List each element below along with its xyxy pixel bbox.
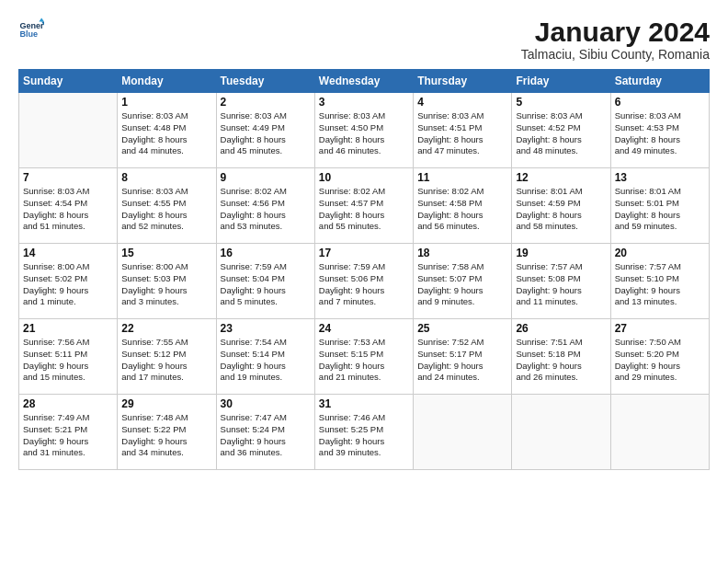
cell-text: Sunrise: 7:48 AMSunset: 5:22 PMDaylight:… [121,412,211,459]
table-row: 3Sunrise: 8:03 AMSunset: 4:50 PMDaylight… [314,93,413,168]
cell-text: Sunrise: 8:03 AMSunset: 4:50 PMDaylight:… [319,110,409,157]
table-row: 30Sunrise: 7:47 AMSunset: 5:24 PMDayligh… [216,395,314,470]
logo-icon: General Blue [18,17,44,42]
cell-text: Sunrise: 8:03 AMSunset: 4:49 PMDaylight:… [221,110,311,157]
table-row: 13Sunrise: 8:01 AMSunset: 5:01 PMDayligh… [610,168,709,244]
table-row: 27Sunrise: 7:50 AMSunset: 5:20 PMDayligh… [610,319,709,395]
cell-text: Sunrise: 7:56 AMSunset: 5:11 PMDaylight:… [23,337,113,384]
table-row: 1Sunrise: 8:03 AMSunset: 4:48 PMDaylight… [118,93,216,168]
day-number: 31 [319,397,409,410]
day-number: 28 [23,397,113,410]
table-row: 12Sunrise: 8:01 AMSunset: 4:59 PMDayligh… [512,168,610,244]
table-row: 19Sunrise: 7:57 AMSunset: 5:08 PMDayligh… [512,244,610,319]
table-row: 21Sunrise: 7:56 AMSunset: 5:11 PMDayligh… [19,319,118,395]
col-friday: Friday [512,70,610,93]
day-number: 2 [221,96,311,109]
table-row: 6Sunrise: 8:03 AMSunset: 4:53 PMDaylight… [610,93,709,168]
cell-text: Sunrise: 7:59 AMSunset: 5:04 PMDaylight:… [221,261,311,308]
title-block: January 2024 Talmaciu, Sibiu County, Rom… [521,17,710,62]
cell-text: Sunrise: 7:52 AMSunset: 5:17 PMDaylight:… [417,337,507,384]
table-row: 2Sunrise: 8:03 AMSunset: 4:49 PMDaylight… [216,93,314,168]
day-number: 15 [121,247,211,259]
day-number: 14 [23,247,113,259]
col-tuesday: Tuesday [216,70,314,93]
day-number: 3 [319,96,409,109]
cell-text: Sunrise: 7:59 AMSunset: 5:06 PMDaylight:… [319,261,409,308]
table-row: 15Sunrise: 8:00 AMSunset: 5:03 PMDayligh… [118,244,216,319]
cell-text: Sunrise: 7:46 AMSunset: 5:25 PMDaylight:… [319,412,409,459]
table-row: 11Sunrise: 8:02 AMSunset: 4:58 PMDayligh… [414,168,512,244]
header: General Blue January 2024 Talmaciu, Sibi… [18,17,710,62]
table-row: 31Sunrise: 7:46 AMSunset: 5:25 PMDayligh… [314,395,413,470]
calendar-row-2: 14Sunrise: 8:00 AMSunset: 5:02 PMDayligh… [19,244,710,319]
table-row: 5Sunrise: 8:03 AMSunset: 4:52 PMDaylight… [512,93,610,168]
day-number: 6 [615,96,705,109]
table-row [512,395,610,470]
col-saturday: Saturday [610,70,709,93]
table-row: 7Sunrise: 8:03 AMSunset: 4:54 PMDaylight… [19,168,118,244]
day-number: 9 [221,171,311,184]
cell-text: Sunrise: 8:00 AMSunset: 5:02 PMDaylight:… [23,261,113,308]
cell-text: Sunrise: 8:01 AMSunset: 5:01 PMDaylight:… [615,186,705,233]
table-row: 28Sunrise: 7:49 AMSunset: 5:21 PMDayligh… [19,395,118,470]
page: General Blue January 2024 Talmaciu, Sibi… [0,0,728,563]
day-number: 5 [516,96,606,109]
cell-text: Sunrise: 8:02 AMSunset: 4:57 PMDaylight:… [319,186,409,233]
table-row: 4Sunrise: 8:03 AMSunset: 4:51 PMDaylight… [414,93,512,168]
cell-text: Sunrise: 7:58 AMSunset: 5:07 PMDaylight:… [417,261,507,308]
day-number: 29 [121,397,211,410]
table-row: 20Sunrise: 7:57 AMSunset: 5:10 PMDayligh… [610,244,709,319]
table-row: 17Sunrise: 7:59 AMSunset: 5:06 PMDayligh… [314,244,413,319]
svg-marker-2 [39,17,44,21]
col-thursday: Thursday [414,70,512,93]
table-row [610,395,709,470]
table-row: 16Sunrise: 7:59 AMSunset: 5:04 PMDayligh… [216,244,314,319]
header-row: Sunday Monday Tuesday Wednesday Thursday… [19,70,710,93]
cell-text: Sunrise: 8:03 AMSunset: 4:53 PMDaylight:… [615,110,705,157]
table-row: 29Sunrise: 7:48 AMSunset: 5:22 PMDayligh… [118,395,216,470]
day-number: 24 [319,322,409,335]
calendar-table: Sunday Monday Tuesday Wednesday Thursday… [18,69,710,470]
calendar-row-4: 28Sunrise: 7:49 AMSunset: 5:21 PMDayligh… [19,395,710,470]
table-row: 8Sunrise: 8:03 AMSunset: 4:55 PMDaylight… [118,168,216,244]
subtitle: Talmaciu, Sibiu County, Romania [521,47,710,62]
day-number: 18 [417,247,507,259]
svg-text:General: General [19,21,44,30]
day-number: 13 [615,171,705,184]
cell-text: Sunrise: 8:01 AMSunset: 4:59 PMDaylight:… [516,186,606,233]
cell-text: Sunrise: 7:55 AMSunset: 5:12 PMDaylight:… [121,337,211,384]
table-row: 26Sunrise: 7:51 AMSunset: 5:18 PMDayligh… [512,319,610,395]
cell-text: Sunrise: 7:54 AMSunset: 5:14 PMDaylight:… [221,337,311,384]
day-number: 8 [121,171,211,184]
table-row [414,395,512,470]
day-number: 20 [615,247,705,259]
cell-text: Sunrise: 7:47 AMSunset: 5:24 PMDaylight:… [221,412,311,459]
table-row: 14Sunrise: 8:00 AMSunset: 5:02 PMDayligh… [19,244,118,319]
table-row: 24Sunrise: 7:53 AMSunset: 5:15 PMDayligh… [314,319,413,395]
cell-text: Sunrise: 8:03 AMSunset: 4:55 PMDaylight:… [121,186,211,233]
day-number: 1 [121,96,211,109]
cell-text: Sunrise: 8:02 AMSunset: 4:56 PMDaylight:… [221,186,311,233]
table-row [19,93,118,168]
day-number: 11 [417,171,507,184]
table-row: 10Sunrise: 8:02 AMSunset: 4:57 PMDayligh… [314,168,413,244]
cell-text: Sunrise: 8:00 AMSunset: 5:03 PMDaylight:… [121,261,211,308]
table-row: 18Sunrise: 7:58 AMSunset: 5:07 PMDayligh… [414,244,512,319]
col-wednesday: Wednesday [314,70,413,93]
cell-text: Sunrise: 7:51 AMSunset: 5:18 PMDaylight:… [516,337,606,384]
day-number: 27 [615,322,705,335]
col-monday: Monday [118,70,216,93]
table-row: 22Sunrise: 7:55 AMSunset: 5:12 PMDayligh… [118,319,216,395]
day-number: 21 [23,322,113,335]
day-number: 23 [221,322,311,335]
table-row: 23Sunrise: 7:54 AMSunset: 5:14 PMDayligh… [216,319,314,395]
day-number: 4 [417,96,507,109]
day-number: 12 [516,171,606,184]
table-row: 25Sunrise: 7:52 AMSunset: 5:17 PMDayligh… [414,319,512,395]
day-number: 10 [319,171,409,184]
cell-text: Sunrise: 7:50 AMSunset: 5:20 PMDaylight:… [615,337,705,384]
cell-text: Sunrise: 8:03 AMSunset: 4:54 PMDaylight:… [23,186,113,233]
day-number: 16 [221,247,311,259]
day-number: 7 [23,171,113,184]
day-number: 19 [516,247,606,259]
